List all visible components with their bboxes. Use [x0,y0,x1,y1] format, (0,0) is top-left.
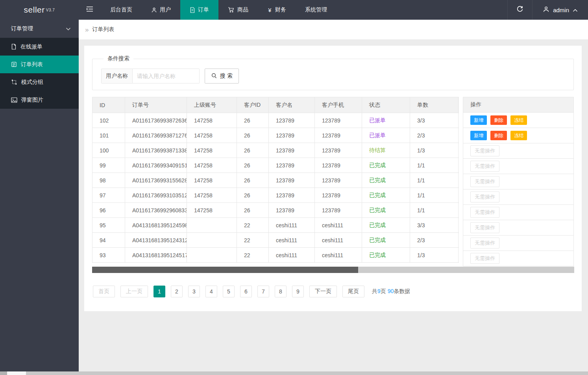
customer-id-cell: 22 [237,218,269,233]
sidebar-group-order-management[interactable]: 订单管理 [0,20,79,38]
customer-name-cell: 123789 [269,113,315,128]
page-scrollbar-left-button[interactable] [0,371,7,375]
pagination-next-button[interactable]: 下一页 [309,286,337,297]
no-action-button: 无需操作 [470,191,499,202]
username-input-group: 用户名称 [101,69,200,84]
pagination-first-button[interactable]: 首页 [93,286,115,297]
status-badge: 已完成 [369,237,386,243]
parent-account-cell: 147258 [187,203,237,218]
cart-icon [228,7,235,13]
operations-column-header: 操作 [463,97,574,113]
customer-id-cell: 22 [237,248,269,263]
count-cell: 3/3 [410,218,459,233]
clipped-cell [459,158,459,173]
sidebar-items: 在线派单订单列表模式分组弹窗图片 [0,38,79,109]
pagination-page-3[interactable]: 3 [188,286,200,297]
person-icon [151,7,157,13]
refresh-button[interactable] [507,0,533,20]
customer-id-cell: 26 [237,143,269,158]
clipped-cell [459,248,459,263]
count-cell: 3/3 [410,113,459,128]
status-badge: 已派单 [369,132,386,138]
order-no-cell: A01161736993103512 [125,188,187,203]
page-scrollbar-thumb[interactable] [7,371,26,375]
pagination-page-7[interactable]: 7 [257,286,269,297]
count-cell: 1/3 [410,143,459,158]
pagination-page-5[interactable]: 5 [223,286,235,297]
main-content: » 订单列表 条件搜索 用户名称 搜 索 [79,20,588,375]
sidebar-item-popup-image[interactable]: 弹窗图片 [0,91,79,109]
parent-account-cell: 147258 [187,113,237,128]
nav-item-finance[interactable]: ¥财务 [258,0,296,20]
table-horizontal-scrollbar-thumb[interactable] [92,267,358,273]
svg-text:¥: ¥ [268,7,272,13]
add-button[interactable]: 新增 [470,115,487,125]
pagination-page-1[interactable]: 1 [153,286,165,297]
search-button[interactable]: 搜 索 [205,69,239,84]
customer-name-cell: 123789 [269,143,315,158]
status-cell: 已完成 [362,248,410,263]
sidebar-item-label: 在线派单 [20,43,43,50]
pagination-page-2[interactable]: 2 [171,286,183,297]
no-action-button: 无需操作 [470,145,499,156]
column-header: 客户手机 [315,97,362,113]
pagination-page-9[interactable]: 9 [292,286,304,297]
top-navbar: seller V3.7 后台首页用户订单商品¥财务系统管理 a [0,0,588,20]
pagination-page-4[interactable]: 4 [205,286,217,297]
column-header: 单数 [410,97,459,113]
status-badge: 已完成 [369,207,386,213]
customer-id-cell: 26 [237,188,269,203]
nav-item-system[interactable]: 系统管理 [296,0,337,20]
operations-rows: 新增删除冻结新增删除冻结无需操作无需操作无需操作无需操作无需操作无需操作无需操作… [463,113,574,266]
table-horizontal-scrollbar[interactable] [92,267,574,273]
delete-button[interactable]: 删除 [490,115,507,125]
customer-name-cell: ceshi111 [269,248,315,263]
no-action-button: 无需操作 [470,238,499,249]
admin-dropdown[interactable]: admin [533,0,588,20]
order-id-cell: 100 [92,143,125,158]
pagination-page-8[interactable]: 8 [275,286,287,297]
customer-name-cell: ceshi111 [269,233,315,248]
status-badge: 已完成 [369,177,386,183]
customer-phone-cell: 123789 [315,128,362,143]
operations-row: 无需操作 [463,205,574,220]
order-no-cell: A01161736993872636 [125,113,187,128]
column-header: 客户ID [237,97,269,113]
breadcrumb-separator-icon: » [85,26,89,33]
sidebar-item-order-list[interactable]: 订单列表 [0,56,79,73]
pagination-summary: 共9页 90条数据 [372,288,410,295]
clipped-cell [459,218,459,233]
no-action-button: 无需操作 [470,253,499,264]
freeze-button[interactable]: 冻结 [510,115,527,125]
username-input[interactable] [133,69,200,84]
sidebar: 订单管理 在线派单订单列表模式分组弹窗图片 [0,20,79,371]
parent-account-cell: 147258 [187,143,237,158]
status-cell: 已完成 [362,158,410,173]
status-badge: 已完成 [369,162,386,168]
page-horizontal-scrollbar[interactable] [0,371,588,375]
add-button[interactable]: 新增 [470,131,487,140]
pagination-prev-button[interactable]: 上一页 [120,286,148,297]
nav-item-order[interactable]: 订单 [180,0,218,20]
status-badge: 已完成 [369,222,386,228]
pagination-last-button[interactable]: 尾页 [342,286,364,297]
count-cell: 1/1 [410,158,459,173]
column-header: 订单号 [125,97,187,113]
no-action-button: 无需操作 [470,222,499,233]
breadcrumb: » 订单列表 [79,20,588,39]
customer-phone-cell: 123789 [315,203,362,218]
freeze-button[interactable]: 冻结 [510,131,527,140]
page-icon [11,44,17,50]
sidebar-item-mode-group[interactable]: 模式分组 [0,73,79,91]
menu-collapse-button[interactable] [79,0,101,20]
count-cell: 2/3 [410,128,459,143]
nav-item-goods[interactable]: 商品 [218,0,258,20]
delete-button[interactable]: 删除 [490,131,507,140]
customer-phone-cell: 123789 [315,113,362,128]
nav-item-label: 系统管理 [305,6,327,13]
nav-item-home[interactable]: 后台首页 [101,0,142,20]
pagination-page-6[interactable]: 6 [240,286,252,297]
nav-item-label: 订单 [198,6,209,13]
nav-item-user[interactable]: 用户 [142,0,180,20]
sidebar-item-online-dispatch[interactable]: 在线派单 [0,38,79,56]
